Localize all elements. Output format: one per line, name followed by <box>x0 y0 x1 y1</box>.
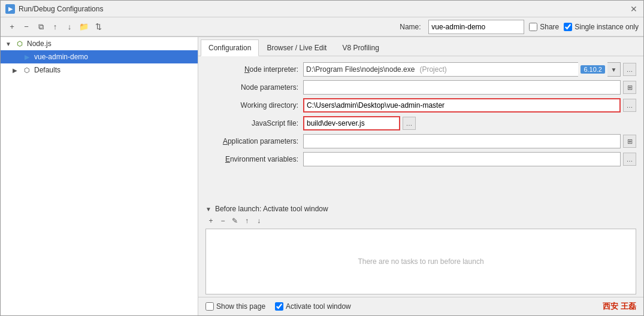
node-parameters-wrap: ⊞ <box>303 80 636 95</box>
node-version-badge: 6.10.2 <box>580 65 605 74</box>
node-interpreter-display: D:\Program Files\nodejs\node.exe (Projec… <box>303 62 578 77</box>
app-icon: ▶ <box>5 4 15 14</box>
node-interpreter-project: (Project) <box>419 65 446 74</box>
close-button[interactable]: ✕ <box>629 4 639 14</box>
node-interpreter-dropdown[interactable]: ▼ <box>607 62 621 77</box>
application-parameters-input[interactable] <box>303 134 621 148</box>
main-content: ▼ ⬡ Node.js ▶ vue-admin-demo ▶ ⬡ Default… <box>1 37 643 315</box>
move-up-button[interactable]: ↑ <box>49 20 62 34</box>
name-label: Name: <box>400 23 424 31</box>
single-instance-checkbox[interactable] <box>564 23 572 31</box>
folder-button[interactable]: 📁 <box>77 20 90 34</box>
nodejs-icon: ⬡ <box>15 39 25 48</box>
environment-variables-browse-btn[interactable]: … <box>623 153 636 166</box>
working-directory-wrap: C:\Users\admin\Desktop\vue-admin-master … <box>303 98 636 113</box>
before-launch-down-btn[interactable]: ↓ <box>253 215 264 226</box>
activate-window-checkbox[interactable] <box>275 302 283 311</box>
watermark-text: 西安 王磊 <box>603 301 636 312</box>
environment-variables-wrap: … <box>303 152 636 166</box>
working-directory-input[interactable]: C:\Users\admin\Desktop\vue-admin-master <box>303 98 621 113</box>
javascript-file-row: JavaScript file: build\dev-server.js … <box>205 115 636 132</box>
environment-variables-input[interactable] <box>303 152 621 166</box>
single-instance-checkbox-item: Single instance only <box>564 23 639 31</box>
move-down-button[interactable]: ↓ <box>63 20 76 34</box>
environment-variables-label: Environment variables: <box>205 155 298 163</box>
vue-admin-label: vue-admin-demo <box>34 53 88 61</box>
defaults-icon: ⬡ <box>22 65 32 75</box>
sort-button[interactable]: ⇅ <box>92 20 105 34</box>
javascript-file-wrap: build\dev-server.js … <box>303 116 636 130</box>
title-bar-left: ▶ Run/Debug Configurations <box>5 4 103 14</box>
before-launch-add-btn[interactable]: + <box>205 215 216 226</box>
title-bar: ▶ Run/Debug Configurations ✕ <box>1 1 643 17</box>
node-interpreter-edit-btn[interactable]: … <box>623 63 636 76</box>
before-launch-toolbar: + − ✎ ↑ ↓ <box>205 215 636 226</box>
tab-v8-profiling[interactable]: V8 Profiling <box>334 40 386 56</box>
form-area: Node interpreter: D:\Program Files\nodej… <box>198 56 643 201</box>
copy-button[interactable]: ⧉ <box>34 20 47 34</box>
sidebar-item-nodejs[interactable]: ▼ ⬡ Node.js <box>1 37 198 50</box>
node-parameters-input[interactable] <box>303 80 621 95</box>
node-interpreter-row: Node interpreter: D:\Program Files\nodej… <box>205 61 636 78</box>
nodejs-label: Node.js <box>27 40 52 48</box>
before-launch-title: Before launch: Activate tool window <box>215 205 328 213</box>
javascript-file-label: JavaScript file: <box>205 119 298 127</box>
before-launch-up-btn[interactable]: ↑ <box>241 215 252 226</box>
nodejs-arrow: ▼ <box>5 41 13 47</box>
working-directory-row: Working directory: C:\Users\admin\Deskto… <box>205 97 636 114</box>
defaults-arrow: ▶ <box>13 67 20 74</box>
before-launch-section: ▼ Before launch: Activate tool window + … <box>198 205 643 294</box>
before-launch-arrow[interactable]: ▼ <box>205 206 211 212</box>
node-interpreter-wrap: D:\Program Files\nodejs\node.exe (Projec… <box>303 62 636 77</box>
node-interpreter-path: D:\Program Files\nodejs\node.exe <box>306 65 415 74</box>
node-parameters-expand-btn[interactable]: ⊞ <box>623 81 636 94</box>
window-title: Run/Debug Configurations <box>19 5 103 13</box>
before-launch-remove-btn[interactable]: − <box>217 215 228 226</box>
before-launch-list: There are no tasks to run before launch <box>205 229 636 294</box>
application-parameters-row: Application parameters: ⊞ <box>205 133 636 150</box>
toolbar: + − ⧉ ↑ ↓ 📁 ⇅ Name: vue-admin-demo Share… <box>1 17 643 37</box>
remove-button[interactable]: − <box>20 20 33 34</box>
javascript-file-input[interactable]: build\dev-server.js <box>303 116 400 130</box>
tabs-row: Configuration Browser / Live Edit V8 Pro… <box>198 37 643 56</box>
sidebar-item-defaults[interactable]: ▶ ⬡ Defaults <box>1 63 198 77</box>
vue-admin-icon: ▶ <box>22 52 32 62</box>
application-parameters-expand-btn[interactable]: ⊞ <box>623 135 636 148</box>
sidebar-item-vue-admin[interactable]: ▶ vue-admin-demo <box>1 50 198 63</box>
application-parameters-wrap: ⊞ <box>303 134 636 148</box>
share-checkbox-item: Share <box>529 23 559 31</box>
defaults-label: Defaults <box>34 66 61 74</box>
config-panel: Configuration Browser / Live Edit V8 Pro… <box>198 37 643 315</box>
activate-window-checkbox-item: Activate tool window <box>275 302 351 311</box>
name-input[interactable]: vue-admin-demo <box>428 20 524 34</box>
show-page-checkbox[interactable] <box>205 302 214 311</box>
application-parameters-label: Application parameters: <box>205 137 298 145</box>
before-launch-header: ▼ Before launch: Activate tool window <box>205 205 636 213</box>
tab-configuration[interactable]: Configuration <box>201 40 259 56</box>
show-page-label: Show this page <box>216 302 265 311</box>
no-tasks-text: There are no tasks to run before launch <box>358 257 483 266</box>
add-button[interactable]: + <box>5 20 19 34</box>
show-page-checkbox-item: Show this page <box>205 302 265 311</box>
single-instance-label: Single instance only <box>575 23 639 31</box>
working-directory-browse-btn[interactable]: … <box>623 99 636 112</box>
javascript-file-browse-btn[interactable]: … <box>403 117 416 130</box>
run-debug-dialog: ▶ Run/Debug Configurations ✕ + − ⧉ ↑ ↓ 📁… <box>0 0 644 316</box>
bottom-bar: Show this page Activate tool window 西安 王… <box>198 297 643 315</box>
node-parameters-label: Node parameters: <box>205 83 298 92</box>
environment-variables-row: Environment variables: … <box>205 151 636 168</box>
share-checkbox[interactable] <box>529 23 537 31</box>
tab-browser-live-edit[interactable]: Browser / Live Edit <box>259 40 334 56</box>
working-directory-label: Working directory: <box>205 101 298 110</box>
name-row: Name: vue-admin-demo Share Single instan… <box>400 20 639 34</box>
sidebar: ▼ ⬡ Node.js ▶ vue-admin-demo ▶ ⬡ Default… <box>1 37 198 315</box>
share-label: Share <box>540 23 559 31</box>
watermark-area: 西安 王磊 <box>603 301 636 312</box>
before-launch-edit-btn[interactable]: ✎ <box>229 215 240 226</box>
node-interpreter-label: Node interpreter: <box>205 65 298 74</box>
node-parameters-row: Node parameters: ⊞ <box>205 79 636 96</box>
activate-window-label: Activate tool window <box>286 302 351 311</box>
